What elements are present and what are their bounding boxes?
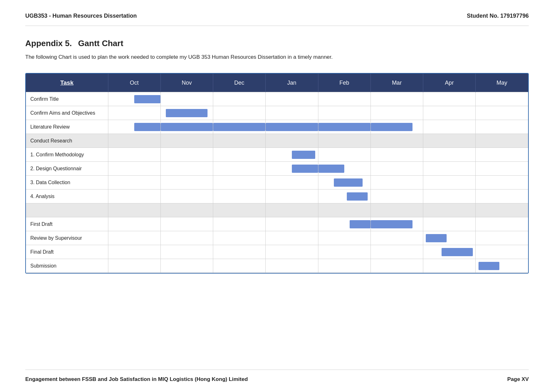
bar-cell-apr bbox=[423, 176, 476, 190]
bar-cell-feb bbox=[318, 148, 370, 162]
bar-cell-nov bbox=[160, 106, 213, 120]
task-label: Final Draft bbox=[26, 245, 108, 259]
table-row: 1. Confirm Methodology bbox=[26, 148, 528, 162]
bar-cell-feb bbox=[318, 162, 370, 176]
table-row: 2. Design Questionnair bbox=[26, 162, 528, 176]
bar-cell-feb bbox=[318, 106, 370, 120]
table-row: Conduct Research bbox=[26, 134, 528, 148]
spacer-cell bbox=[160, 203, 213, 217]
table-row: Review by Supervisour bbox=[26, 231, 528, 245]
bar-cell-jan bbox=[266, 176, 318, 190]
spacer-cell bbox=[370, 203, 423, 217]
bar-cell-oct bbox=[108, 245, 160, 259]
bar-cell-mar bbox=[370, 231, 423, 245]
bar-cell-feb bbox=[318, 134, 370, 148]
bar-cell-dec bbox=[213, 217, 266, 231]
bar-cell-jan bbox=[266, 190, 318, 203]
bar-cell-mar bbox=[370, 176, 423, 190]
bar-cell-apr bbox=[423, 120, 476, 134]
bar-cell-feb bbox=[318, 231, 370, 245]
col-dec: Dec bbox=[213, 74, 266, 92]
bar-cell-feb bbox=[318, 190, 370, 203]
bar-cell-may bbox=[476, 190, 528, 203]
bar-cell-feb bbox=[318, 176, 370, 190]
spacer-cell bbox=[266, 203, 318, 217]
bar-cell-dec bbox=[213, 148, 266, 162]
bar-cell-mar bbox=[370, 259, 423, 273]
bar-cell-oct bbox=[108, 148, 160, 162]
bar-cell-apr bbox=[423, 231, 476, 245]
bar-cell-nov bbox=[160, 217, 213, 231]
task-label: Conduct Research bbox=[26, 134, 108, 148]
bar-cell-apr bbox=[423, 106, 476, 120]
col-oct: Oct bbox=[108, 74, 160, 92]
gantt-chart: Task Oct Nov Dec Jan Feb Mar Apr May Con… bbox=[25, 73, 529, 274]
bar-cell-jan bbox=[266, 120, 318, 134]
spacer-cell bbox=[26, 203, 108, 217]
bar-cell-mar bbox=[370, 162, 423, 176]
table-row-spacer bbox=[26, 203, 528, 217]
bar-cell-dec bbox=[213, 176, 266, 190]
bar-cell-jan bbox=[266, 134, 318, 148]
bar-cell-feb bbox=[318, 217, 370, 231]
bar-cell-apr bbox=[423, 245, 476, 259]
header-right: Student No. 179197796 bbox=[467, 13, 529, 19]
bar-cell-feb bbox=[318, 259, 370, 273]
spacer-cell bbox=[108, 203, 160, 217]
gantt-table: Task Oct Nov Dec Jan Feb Mar Apr May Con… bbox=[26, 74, 528, 273]
bar-cell-oct bbox=[108, 120, 160, 134]
bar-cell-dec bbox=[213, 134, 266, 148]
task-label: Confirm Title bbox=[26, 92, 108, 106]
footer-left: Engagement between FSSB and Job Satisfac… bbox=[25, 376, 248, 383]
gantt-header-row: Task Oct Nov Dec Jan Feb Mar Apr May bbox=[26, 74, 528, 92]
spacer-cell bbox=[476, 203, 528, 217]
bar-cell-nov bbox=[160, 134, 213, 148]
bar-cell-may bbox=[476, 245, 528, 259]
bar-cell-mar bbox=[370, 245, 423, 259]
bar-cell-dec bbox=[213, 162, 266, 176]
col-feb: Feb bbox=[318, 74, 370, 92]
task-label: 1. Confirm Methodology bbox=[26, 148, 108, 162]
table-row: Literature Review bbox=[26, 120, 528, 134]
bar-cell-dec bbox=[213, 120, 266, 134]
bar-cell-oct bbox=[108, 106, 160, 120]
bar-cell-feb bbox=[318, 245, 370, 259]
spacer-cell bbox=[423, 203, 476, 217]
task-label: First Draft bbox=[26, 217, 108, 231]
table-row: 3. Data Collection bbox=[26, 176, 528, 190]
bar-cell-feb bbox=[318, 92, 370, 106]
bar-cell-may bbox=[476, 176, 528, 190]
task-label: Literature Review bbox=[26, 120, 108, 134]
bar-cell-dec bbox=[213, 231, 266, 245]
bar-cell-jan bbox=[266, 106, 318, 120]
bar-cell-oct bbox=[108, 259, 160, 273]
bar-cell-apr bbox=[423, 217, 476, 231]
bar-cell-dec bbox=[213, 245, 266, 259]
footer-right: Page XV bbox=[507, 376, 529, 383]
bar-cell-may bbox=[476, 231, 528, 245]
bar-cell-dec bbox=[213, 106, 266, 120]
spacer-cell bbox=[318, 203, 370, 217]
bar-cell-nov bbox=[160, 176, 213, 190]
col-mar: Mar bbox=[370, 74, 423, 92]
bar-cell-may bbox=[476, 106, 528, 120]
bar-cell-apr bbox=[423, 259, 476, 273]
col-nov: Nov bbox=[160, 74, 213, 92]
bar-cell-nov bbox=[160, 92, 213, 106]
bar-cell-jan bbox=[266, 231, 318, 245]
table-row: 4. Analysis bbox=[26, 190, 528, 203]
appendix-title-container: Appendix 5. Gantt Chart bbox=[25, 39, 529, 48]
table-row: First Draft bbox=[26, 217, 528, 231]
bar-cell-jan bbox=[266, 259, 318, 273]
bar-cell-apr bbox=[423, 134, 476, 148]
col-may: May bbox=[476, 74, 528, 92]
bar-cell-apr bbox=[423, 92, 476, 106]
task-label: 3. Data Collection bbox=[26, 176, 108, 190]
bar-cell-apr bbox=[423, 162, 476, 176]
bar-cell-apr bbox=[423, 148, 476, 162]
table-row: Final Draft bbox=[26, 245, 528, 259]
task-label: Confirm Aims and Objectives bbox=[26, 106, 108, 120]
bar-cell-jan bbox=[266, 162, 318, 176]
table-row: Submission bbox=[26, 259, 528, 273]
appendix-heading: Gantt Chart bbox=[78, 39, 123, 48]
